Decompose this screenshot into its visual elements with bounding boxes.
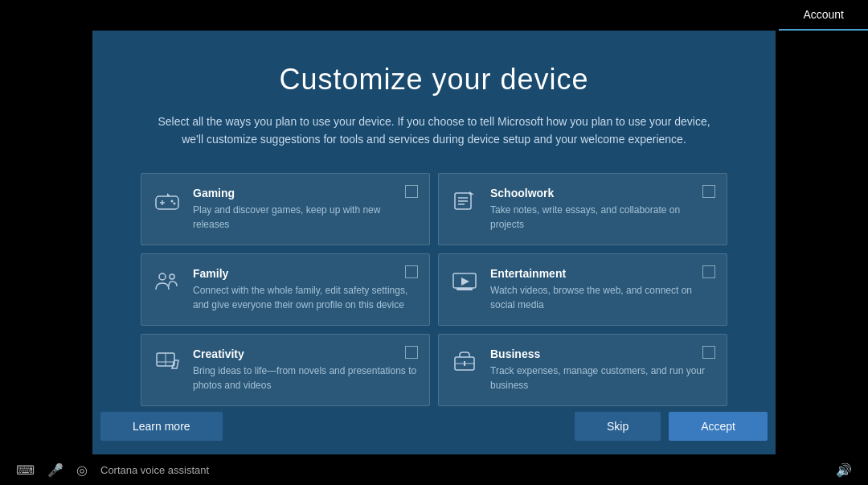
family-card-content: Family Connect with the whole family, ed… xyxy=(193,267,418,312)
bottom-bar: ⌨ 🎤 ◎ Cortana voice assistant 🔊 xyxy=(0,454,868,485)
entertainment-icon xyxy=(450,267,479,296)
business-icon xyxy=(450,347,479,376)
accept-button[interactable]: Accept xyxy=(669,412,768,441)
business-title: Business xyxy=(490,347,715,360)
top-bar: Account xyxy=(0,0,868,31)
schoolwork-card[interactable]: Schoolwork Take notes, write essays, and… xyxy=(438,173,727,245)
cortana-label: Cortana voice assistant xyxy=(100,464,209,476)
actions-row: Learn more Skip Accept xyxy=(92,412,776,441)
entertainment-card[interactable]: Entertainment Watch videos, browse the w… xyxy=(438,253,727,326)
creativity-icon xyxy=(153,347,182,376)
family-checkbox[interactable] xyxy=(405,265,418,278)
schoolwork-card-content: Schoolwork Take notes, write essays, and… xyxy=(490,187,715,232)
microphone-icon[interactable]: 🎤 xyxy=(47,462,63,478)
gaming-card[interactable]: Gaming Play and discover games, keep up … xyxy=(141,173,430,245)
schoolwork-title: Schoolwork xyxy=(490,187,715,199)
gaming-title: Gaming xyxy=(193,187,418,199)
family-title: Family xyxy=(193,267,418,280)
entertainment-title: Entertainment xyxy=(490,267,715,280)
schoolwork-desc: Take notes, write essays, and collaborat… xyxy=(490,203,715,232)
svg-point-4 xyxy=(174,202,176,204)
svg-point-3 xyxy=(171,199,174,202)
svg-rect-12 xyxy=(457,288,473,290)
keyboard-icon[interactable]: ⌨ xyxy=(16,462,35,478)
schoolwork-icon xyxy=(450,187,479,216)
page-title: Customize your device xyxy=(279,63,588,97)
gaming-desc: Play and discover games, keep up with ne… xyxy=(193,203,418,232)
main-panel: Customize your device Select all the way… xyxy=(92,31,776,454)
svg-point-9 xyxy=(159,273,166,280)
cortana-icon[interactable]: ◎ xyxy=(76,462,88,478)
entertainment-desc: Watch videos, browse the web, and connec… xyxy=(490,283,715,312)
creativity-desc: Bring ideas to life—from novels and pres… xyxy=(193,364,418,393)
business-card-content: Business Track expenses, manage customer… xyxy=(490,347,715,393)
skip-button[interactable]: Skip xyxy=(575,412,661,441)
page-subtitle: Select all the ways you plan to use your… xyxy=(153,113,715,149)
business-desc: Track expenses, manage customers, and ru… xyxy=(490,364,715,393)
creativity-card-content: Creativity Bring ideas to life—from nove… xyxy=(193,347,418,393)
creativity-checkbox[interactable] xyxy=(405,346,418,359)
entertainment-checkbox[interactable] xyxy=(702,265,715,278)
svg-marker-13 xyxy=(461,277,469,286)
account-tab[interactable]: Account xyxy=(779,0,868,31)
business-card[interactable]: Business Track expenses, manage customer… xyxy=(438,334,727,406)
learn-more-button[interactable]: Learn more xyxy=(100,412,223,441)
schoolwork-checkbox[interactable] xyxy=(702,185,715,198)
btn-group: Skip Accept xyxy=(575,412,768,441)
family-desc: Connect with the whole family, edit safe… xyxy=(193,283,418,312)
entertainment-card-content: Entertainment Watch videos, browse the w… xyxy=(490,267,715,312)
gaming-card-content: Gaming Play and discover games, keep up … xyxy=(193,187,418,232)
volume-icon[interactable]: 🔊 xyxy=(836,462,852,478)
gaming-icon xyxy=(153,187,182,216)
gaming-checkbox[interactable] xyxy=(405,185,418,198)
cards-grid: Gaming Play and discover games, keep up … xyxy=(141,173,727,406)
svg-point-10 xyxy=(170,274,174,279)
family-card[interactable]: Family Connect with the whole family, ed… xyxy=(141,253,430,326)
business-checkbox[interactable] xyxy=(702,346,715,359)
creativity-card[interactable]: Creativity Bring ideas to life—from nove… xyxy=(141,334,430,406)
creativity-title: Creativity xyxy=(193,347,418,360)
family-icon xyxy=(153,267,182,296)
